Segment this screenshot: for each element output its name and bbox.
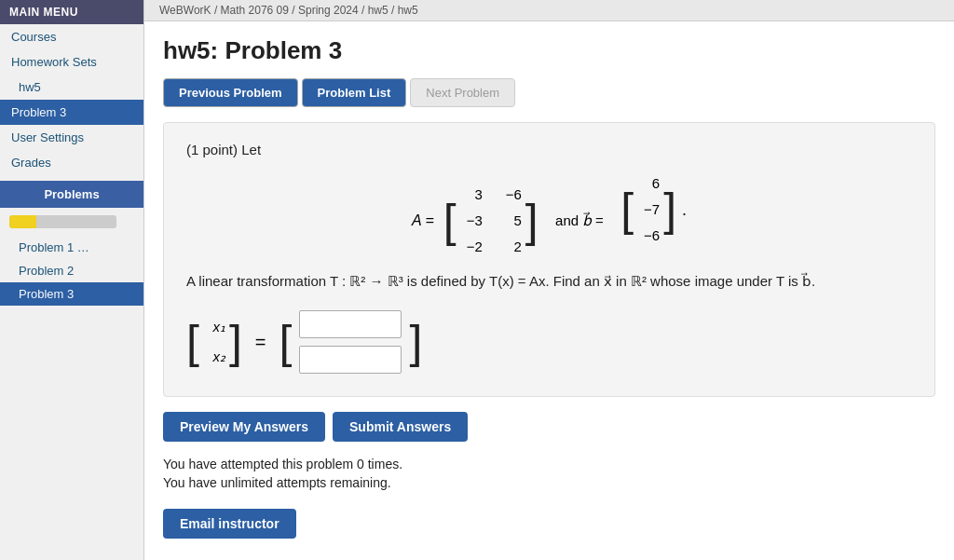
lhs-col: x₁ x₂ (203, 316, 225, 368)
bracket-left-b: [ (620, 186, 634, 233)
sidebar-item-hw5[interactable]: hw5 (0, 75, 143, 100)
problem-list-button[interactable]: Problem List (302, 78, 407, 107)
matrix-A-col2: −6 5 2 (499, 184, 522, 258)
lhs-container: [ x₁ x₂ ] (186, 316, 242, 368)
vector-b-cols: 6 −7 −6 (637, 172, 660, 247)
answer-input-1[interactable] (299, 310, 402, 338)
next-problem-button: Next Problem (410, 78, 515, 107)
sidebar-item-grades[interactable]: Grades (0, 150, 143, 175)
content-area: hw5: Problem 3 Previous Problem Problem … (144, 21, 954, 553)
matrix-A-cols: 3 −3 −2 −6 5 2 (460, 184, 522, 258)
main-content: WeBWorK / Math 2076 09 / Spring 2024 / h… (144, 0, 954, 560)
sidebar-problem-1[interactable]: Problem 1 … (0, 236, 143, 259)
A-r1c2: −6 (499, 184, 522, 206)
matrix-A-container: A = [ 3 −3 −2 −6 5 2 ] (412, 184, 538, 258)
answer-input-2[interactable] (299, 346, 402, 374)
progress-bar-container (0, 208, 143, 232)
problems-section-header: Problems (0, 181, 143, 208)
b-r1: 6 (637, 172, 660, 195)
rhs-bracket-right: ] (409, 319, 422, 365)
vector-b-col: 6 −7 −6 (637, 172, 660, 247)
equals-sign: = (255, 332, 266, 353)
bracket-right-b: ] (663, 186, 676, 233)
A-r2c2: 5 (499, 210, 522, 232)
A-r1c1: 3 (460, 184, 483, 206)
problem-box: (1 point) Let A = [ 3 −3 −2 −6 (163, 122, 935, 397)
problem-intro: (1 point) Let (186, 142, 912, 157)
rhs-container: [ ] (279, 307, 423, 377)
A-r3c1: −2 (460, 236, 483, 258)
attempts-line2: You have unlimited attempts remaining. (163, 475, 935, 490)
matrix-A-label: A = (412, 212, 434, 229)
sidebar-problem-2[interactable]: Problem 2 (0, 259, 143, 282)
breadcrumb: WeBWorK / Math 2076 09 / Spring 2024 / h… (144, 0, 954, 21)
sidebar-header: MAIN MENU (0, 0, 143, 24)
lhs-bracket-right: ] (229, 319, 242, 365)
preview-answers-button[interactable]: Preview My Answers (163, 412, 325, 442)
problem-list: Problem 1 … Problem 2 Problem 3 (0, 232, 143, 309)
bracket-right-A: ] (525, 198, 538, 244)
b-r2: −7 (637, 198, 660, 221)
sidebar-item-courses[interactable]: Courses (0, 24, 143, 49)
b-r3: −6 (637, 225, 660, 247)
submit-answers-button[interactable]: Submit Answers (333, 412, 468, 442)
previous-problem-button[interactable]: Previous Problem (163, 78, 298, 107)
answer-matrix: [ x₁ x₂ ] = [ (186, 307, 422, 377)
progress-bar-bg (9, 215, 116, 228)
and-b-label: and b⃗ = (555, 212, 604, 228)
action-buttons: Preview My Answers Submit Answers (163, 412, 935, 442)
lhs-bracket-left: [ (186, 319, 199, 365)
linear-transform-text: A linear transformation T : ℝ² → ℝ³ is d… (186, 273, 912, 290)
rhs-bracket-left: [ (279, 319, 293, 365)
progress-bar-fill (9, 215, 36, 228)
nav-buttons: Previous Problem Problem List Next Probl… (163, 78, 935, 107)
answer-section: [ x₁ x₂ ] = [ (186, 307, 912, 377)
A-r3c2: 2 (499, 236, 522, 258)
x2-label: x₂ (203, 346, 225, 368)
sidebar: MAIN MENU Courses Homework Sets hw5 Prob… (0, 0, 144, 560)
rhs-inputs (299, 310, 402, 374)
email-instructor-button[interactable]: Email instructor (163, 509, 296, 539)
A-r2c1: −3 (460, 210, 483, 232)
period: . (682, 200, 687, 220)
sidebar-item-problem3[interactable]: Problem 3 (0, 100, 143, 125)
sidebar-problem-3[interactable]: Problem 3 (0, 282, 143, 306)
attempts-line1: You have attempted this problem 0 times. (163, 457, 935, 471)
vector-b-container: [ 6 −7 −6 ] . (620, 172, 687, 247)
sidebar-item-homework-sets[interactable]: Homework Sets (0, 49, 143, 75)
bracket-left-A: [ (443, 198, 457, 244)
page-title: hw5: Problem 3 (163, 36, 935, 65)
matrix-A-col1: 3 −3 −2 (460, 184, 483, 258)
sidebar-item-user-settings[interactable]: User Settings (0, 125, 143, 150)
x1-label: x₁ (203, 316, 225, 338)
math-display: A = [ 3 −3 −2 −6 5 2 ] (186, 172, 912, 258)
